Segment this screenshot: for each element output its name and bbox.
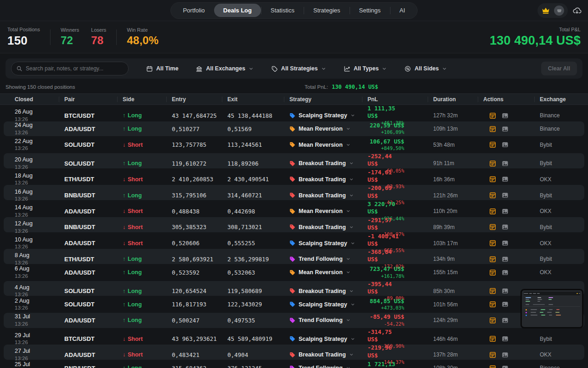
strategy-dropdown[interactable]: Trend Following: [289, 256, 368, 262]
strategy-dropdown[interactable]: Mean Reversion: [289, 142, 368, 148]
cloud-download-icon[interactable]: [572, 6, 582, 15]
strategy-dropdown[interactable]: Breakout Trading: [289, 288, 368, 294]
screenshot-image-icon[interactable]: [501, 175, 509, 183]
note-icon[interactable]: [489, 175, 497, 183]
filter-all-sides[interactable]: All Sides: [404, 65, 447, 72]
column-header-side[interactable]: Side: [123, 96, 172, 103]
search-input[interactable]: [26, 65, 124, 72]
screenshot-image-icon[interactable]: [501, 141, 509, 149]
filter-all-time[interactable]: All Time: [146, 65, 178, 72]
note-icon[interactable]: [489, 255, 497, 263]
strategy-dropdown[interactable]: Scalping Strategy: [289, 336, 368, 342]
screenshot-image-icon[interactable]: [501, 335, 509, 343]
deal-row[interactable]: 6 Aug13:26ADA/USDT↑Long0,5235920,532063M…: [0, 264, 588, 281]
deal-row[interactable]: 16 Aug13:26BNB/USDT↑Long315,795106314,46…: [0, 184, 588, 201]
strategy-dropdown[interactable]: Breakout Trading: [289, 351, 368, 358]
screenshot-image-icon[interactable]: [501, 269, 509, 276]
column-header-entry[interactable]: Entry: [172, 96, 227, 103]
screenshot-image-icon[interactable]: [501, 191, 509, 199]
column-header-exchange[interactable]: Exchange: [540, 96, 588, 103]
deal-row[interactable]: 18 Aug13:26ETH/USDT↓Short2 410,2608532 4…: [0, 169, 588, 185]
note-icon[interactable]: [489, 316, 497, 324]
tab-portfolio[interactable]: Portfolio: [174, 4, 214, 17]
screenshot-image-icon[interactable]: [501, 255, 509, 263]
strategy-dropdown[interactable]: Scalping Strategy: [289, 301, 368, 308]
tab-statistics[interactable]: Statistics: [261, 4, 304, 17]
screenshot-image-icon[interactable]: [501, 207, 509, 215]
deal-row[interactable]: 25 Jul13:26BNB/USDT↑Long315,684362376,12…: [0, 360, 588, 368]
deal-row[interactable]: 10 Aug13:26ADA/USDT↓Short0,5206060,55525…: [0, 233, 588, 249]
column-header-pair[interactable]: Pair: [64, 96, 123, 103]
column-header-pnl[interactable]: PnL: [368, 96, 433, 103]
column-header-closed[interactable]: Closed: [15, 96, 64, 103]
note-icon[interactable]: [489, 191, 497, 199]
note-icon[interactable]: [489, 141, 497, 149]
strategy-tag-icon: [289, 336, 295, 342]
screenshot-image-icon[interactable]: [501, 316, 509, 324]
screenshot-image-icon[interactable]: [501, 287, 509, 295]
deal-row[interactable]: 22 Aug13:26SOL/USDT↓Short123,757785113,2…: [0, 137, 588, 153]
tab-deals-log[interactable]: Deals Log: [214, 4, 261, 17]
deal-row[interactable]: 12 Aug13:26BNB/USDT↓Short305,385323308,7…: [0, 217, 588, 233]
strategy-dropdown[interactable]: Scalping Strategy: [289, 240, 368, 247]
strategy-dropdown[interactable]: Breakout Trading: [289, 192, 368, 199]
deal-row[interactable]: 2 Aug13:26SOL/USDT↑Long116,817193122,343…: [0, 296, 588, 312]
deal-row[interactable]: 27 Jul13:26ADA/USDT↓Short0,4834210,4904B…: [0, 344, 588, 360]
premium-crown-icon[interactable]: [541, 6, 550, 15]
screenshot-image-icon[interactable]: [501, 239, 509, 247]
entry-price: 0,483421: [172, 351, 227, 358]
screenshot-image-icon[interactable]: [501, 351, 509, 359]
deal-row[interactable]: 8 Aug13:26ETH/USDT↑Long2 580,6939212 536…: [0, 248, 588, 264]
strategy-dropdown[interactable]: Trend Following: [289, 365, 368, 368]
deal-row[interactable]: 4 Aug13:26SOL/USDT↑Long120,654524119,580…: [0, 281, 588, 297]
screenshot-image-icon[interactable]: [501, 300, 509, 308]
note-icon[interactable]: [489, 160, 497, 167]
column-header-duration[interactable]: Duration: [433, 96, 483, 103]
tab-strategies[interactable]: Strategies: [304, 4, 350, 17]
deal-row[interactable]: 26 Aug13:26BTC/USDT↑Long43 147,68472545 …: [0, 105, 588, 121]
exchange-label: Bybit: [540, 336, 588, 342]
side-label: ↑Long: [123, 160, 172, 167]
note-icon[interactable]: [489, 112, 497, 120]
strategy-dropdown[interactable]: Breakout Trading: [289, 160, 368, 167]
strategy-dropdown[interactable]: Mean Reversion: [289, 269, 368, 276]
strategy-dropdown[interactable]: Trend Following: [289, 317, 368, 323]
note-icon[interactable]: [489, 207, 497, 215]
note-icon[interactable]: [489, 335, 497, 343]
deal-row[interactable]: 31 Jul13:26ADA/USDT↑Long0,5002470,497535…: [0, 312, 588, 328]
note-icon[interactable]: [489, 364, 497, 368]
strategy-dropdown[interactable]: Mean Reversion: [289, 208, 368, 214]
note-icon[interactable]: [489, 287, 497, 295]
deal-row[interactable]: 14 Aug13:26ADA/USDT↓Short0,4884380,44269…: [0, 201, 588, 217]
screenshot-image-icon[interactable]: [501, 125, 509, 133]
filter-all-strategies[interactable]: All Strategies: [271, 65, 326, 72]
menu-icon[interactable]: [554, 6, 564, 16]
strategy-dropdown[interactable]: Mean Reversion: [289, 126, 368, 132]
deal-row[interactable]: 29 Jul13:26BTC/USDT↓Short43 963,29362145…: [0, 328, 588, 345]
screenshot-image-icon[interactable]: [501, 160, 509, 167]
deal-row[interactable]: 20 Aug13:26SOL/USDT↑Long119,610272118,89…: [0, 153, 588, 169]
screenshot-image-icon[interactable]: [501, 223, 509, 231]
side-label: ↑Long: [123, 317, 172, 323]
clear-all-button[interactable]: Clear All: [541, 62, 577, 75]
tab-settings[interactable]: Settings: [350, 4, 390, 17]
chevron-down-icon: [382, 66, 387, 71]
screenshot-image-icon[interactable]: [501, 364, 509, 368]
deal-row[interactable]: 24 Aug13:26ADA/USDT↑Long0,5102770,51569M…: [0, 121, 588, 137]
note-icon[interactable]: [489, 269, 497, 276]
strategy-dropdown[interactable]: Breakout Trading: [289, 224, 368, 230]
filter-all-types[interactable]: All Types: [344, 65, 387, 72]
column-header-actions[interactable]: Actions: [483, 96, 540, 103]
note-icon[interactable]: [489, 223, 497, 231]
note-icon[interactable]: [489, 351, 497, 359]
strategy-dropdown[interactable]: Scalping Strategy: [289, 112, 368, 119]
note-icon[interactable]: [489, 300, 497, 308]
filter-all-exchanges[interactable]: All Exchanges: [196, 65, 253, 72]
column-header-exit[interactable]: Exit: [227, 96, 289, 103]
screenshot-image-icon[interactable]: [501, 112, 509, 120]
tab-ai[interactable]: AI: [390, 4, 414, 17]
note-icon[interactable]: [489, 239, 497, 247]
note-icon[interactable]: [489, 125, 497, 133]
column-header-strategy[interactable]: Strategy: [289, 96, 368, 103]
strategy-dropdown[interactable]: Breakout Trading: [289, 176, 368, 183]
